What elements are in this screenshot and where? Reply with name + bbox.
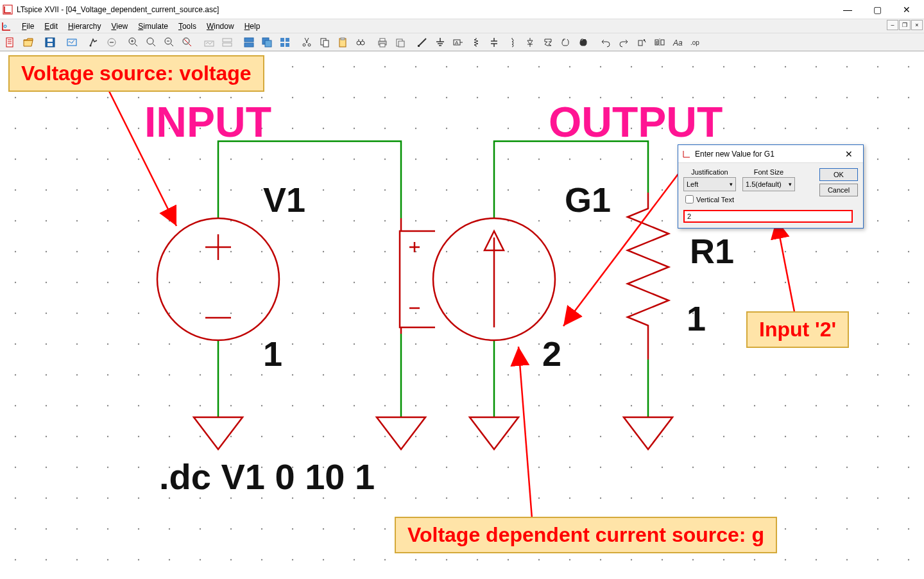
svg-text:E: E (656, 40, 659, 45)
save-icon[interactable] (42, 35, 58, 50)
svg-rect-15 (244, 38, 253, 42)
svg-point-30 (361, 41, 364, 45)
dialog-close-button[interactable]: ✕ (839, 146, 859, 162)
text-icon[interactable]: Aa (669, 35, 686, 50)
mdi-close-button[interactable]: × (911, 20, 923, 30)
svg-text:A: A (455, 40, 459, 46)
find-icon[interactable] (352, 35, 369, 50)
svg-point-7 (90, 44, 92, 46)
annotation-input2: Input '2' (746, 311, 849, 348)
run-icon[interactable] (85, 35, 102, 50)
g1-name-label[interactable]: G1 (565, 180, 611, 220)
value-dialog: Enter new Value for G1 ✕ Justification L… (678, 144, 864, 229)
menu-window[interactable]: Window (201, 21, 239, 32)
label-icon[interactable]: A (450, 35, 466, 50)
menu-bar: File Edit Hierarchy View Simulate Tools … (0, 19, 924, 33)
svg-rect-42 (661, 40, 664, 45)
diode-icon[interactable] (522, 35, 538, 50)
zoom-in-icon[interactable] (125, 35, 142, 50)
capacitor-icon[interactable] (486, 35, 502, 50)
mdi-icon (1, 21, 12, 31)
fontsize-label: Font Size (754, 168, 783, 176)
cancel-button[interactable]: Cancel (819, 184, 858, 196)
svg-rect-20 (286, 38, 289, 42)
maximize-button[interactable]: ▢ (862, 0, 892, 19)
label-input: INPUT (144, 98, 271, 146)
schematic-canvas[interactable]: INPUT OUTPUT V1 1 G1 2 R1 1 .dc V1 0 10 … (0, 51, 924, 579)
app-icon (3, 4, 13, 15)
print-setup-icon[interactable] (392, 35, 409, 50)
pan-icon[interactable] (143, 35, 160, 50)
svg-rect-36 (418, 45, 420, 47)
v1-name-label[interactable]: V1 (263, 180, 305, 220)
tile-windows-icon[interactable] (241, 35, 257, 50)
fontsize-select[interactable]: 1.5(default) (742, 177, 795, 191)
r1-name-label[interactable]: R1 (690, 231, 734, 271)
label-output: OUTPUT (549, 98, 723, 146)
svg-point-23 (303, 44, 305, 46)
control-panel-icon[interactable] (64, 35, 80, 50)
zoom-fit-icon[interactable] (179, 35, 196, 50)
paste-icon[interactable] (334, 35, 351, 50)
svg-point-24 (308, 44, 311, 46)
annotation-vdcs: Voltage dependent current source: g (395, 517, 777, 553)
halt-icon[interactable] (103, 35, 120, 50)
title-bar: LTspice XVII - [04_Voltage_dependent_cur… (0, 0, 924, 19)
menu-view[interactable]: View (106, 21, 133, 32)
mdi-restore-button[interactable]: ❐ (899, 20, 911, 30)
dialog-app-icon (682, 150, 691, 159)
menu-tools[interactable]: Tools (173, 21, 201, 32)
mirror-icon[interactable]: E (651, 35, 668, 50)
spice-directive-text[interactable]: .dc V1 0 10 1 (159, 456, 375, 497)
svg-rect-18 (265, 40, 271, 47)
svg-rect-28 (341, 38, 345, 40)
component-icon[interactable] (540, 35, 556, 50)
g1-value-label[interactable]: 2 (542, 334, 561, 374)
svg-text:.op: .op (690, 39, 699, 46)
vertical-text-checkbox[interactable]: Vertical Text (685, 195, 734, 203)
svg-rect-21 (280, 43, 284, 47)
inductor-icon[interactable] (504, 35, 520, 50)
svg-rect-32 (380, 39, 385, 41)
redo-icon[interactable] (615, 35, 632, 50)
annotation-voltage-source: Voltage source: voltage (8, 55, 264, 92)
print-icon[interactable] (374, 35, 391, 50)
svg-text:Aa: Aa (672, 39, 683, 48)
justification-select[interactable]: Left (683, 177, 736, 191)
minimize-button[interactable]: — (833, 0, 862, 19)
wire-icon[interactable] (414, 35, 431, 50)
move-icon[interactable] (558, 35, 574, 50)
mdi-minimize-button[interactable]: – (887, 20, 898, 30)
v1-value-label[interactable]: 1 (263, 334, 282, 374)
open-icon[interactable] (20, 35, 37, 50)
window-title: LTspice XVII - [04_Voltage_dependent_cur… (17, 5, 833, 14)
r1-value-label[interactable]: 1 (687, 298, 706, 338)
close-button[interactable]: ✕ (892, 0, 921, 19)
copy-icon[interactable] (316, 35, 333, 50)
new-schematic-icon[interactable] (2, 35, 19, 50)
cut-icon[interactable] (298, 35, 315, 50)
value-input[interactable] (683, 210, 853, 223)
menu-file[interactable]: File (17, 21, 39, 32)
tile-icon[interactable] (219, 35, 235, 50)
menu-hierarchy[interactable]: Hierarchy (63, 21, 106, 32)
menu-help[interactable]: Help (239, 21, 266, 32)
close-windows-icon[interactable] (277, 35, 293, 50)
zoom-out-icon[interactable] (161, 35, 178, 50)
svg-rect-26 (323, 40, 329, 47)
ok-button[interactable]: OK (819, 168, 858, 181)
cascade-windows-icon[interactable] (259, 35, 275, 50)
menu-simulate[interactable]: Simulate (133, 21, 173, 32)
rotate-icon[interactable] (633, 35, 650, 50)
svg-rect-39 (638, 40, 642, 46)
svg-rect-19 (280, 38, 284, 42)
svg-rect-4 (47, 39, 53, 42)
drag-icon[interactable] (576, 35, 592, 50)
svg-rect-14 (223, 43, 232, 46)
undo-icon[interactable] (597, 35, 614, 50)
menu-edit[interactable]: Edit (39, 21, 63, 32)
autorange-icon[interactable] (201, 35, 218, 50)
ground-icon[interactable] (432, 35, 449, 50)
spice-directive-icon[interactable]: .op (687, 35, 704, 50)
resistor-icon[interactable] (468, 35, 484, 50)
